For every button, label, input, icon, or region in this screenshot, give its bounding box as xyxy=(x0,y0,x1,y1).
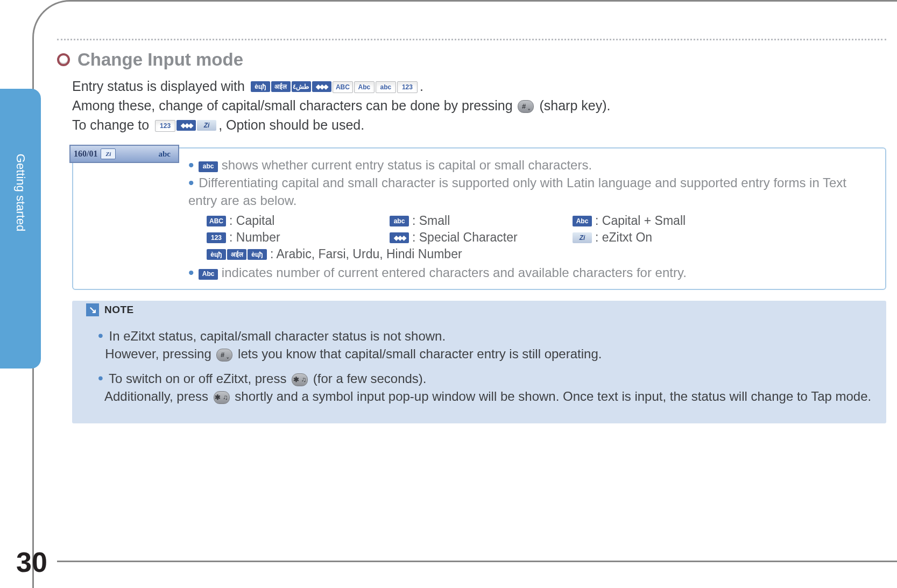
intro-text: Entry status is displayed with xyxy=(72,79,249,94)
indicator-abc-mixed-icon: Abc xyxy=(199,269,218,280)
chapter-tab: Getting started xyxy=(0,89,41,369)
note-text: (for a few seconds). xyxy=(313,371,427,386)
indicator-hindi-icon: अईल xyxy=(227,249,246,260)
legend-item: èцђ अईल èцђ : Arabic, Farsi, Urdu, Hindi… xyxy=(207,247,462,261)
indicator-abc-upper-icon: ABC xyxy=(333,81,353,93)
indicator-abc-upper-icon: ABC xyxy=(207,216,226,226)
legend-label: : Number xyxy=(229,230,280,245)
star-key-icon: ✱ ♫ xyxy=(214,391,230,404)
note-text: shortly and a symbol input pop-up window… xyxy=(235,389,871,403)
note-arrow-icon: ↘ xyxy=(86,303,99,316)
bullet-icon: • xyxy=(188,174,194,192)
dotted-divider xyxy=(57,39,886,40)
bullet-icon: • xyxy=(98,327,103,344)
intro-text: , Option should be used. xyxy=(218,117,364,132)
legend-item: 123 : Number xyxy=(207,230,379,245)
bullet-icon: • xyxy=(188,264,194,281)
bottom-rule xyxy=(57,561,897,562)
intro-text: (sharp key). xyxy=(539,98,610,113)
info-text: shows whether current entry status is ca… xyxy=(222,158,592,172)
indicator-abc-mixed-icon: Abc xyxy=(354,81,375,93)
note-item: • In eZitxt status, capital/small charac… xyxy=(98,327,872,363)
note-text: To switch on or off eZitxt, press xyxy=(109,371,290,386)
intro-text: . xyxy=(420,79,423,94)
indicator-abc-mixed-icon: Abc xyxy=(573,216,592,226)
legend-item: Abc : Capital + Small xyxy=(573,214,686,228)
heading-bullet-icon xyxy=(57,53,70,66)
info-line: • Abc indicates number of current entere… xyxy=(188,264,875,281)
info-line: • Differentiating capital and small char… xyxy=(188,174,875,209)
content-area: Change Input mode Entry status is displa… xyxy=(57,49,886,423)
manual-page: 02 Getting started Change Input mode Ent… xyxy=(0,0,897,588)
indicator-strip-option: 123 ◆◆◆ Zi xyxy=(155,120,216,132)
note-box: ↘ NOTE • In eZitxt status, capital/small… xyxy=(72,301,886,423)
note-list: • In eZitxt status, capital/small charac… xyxy=(86,327,872,405)
sharp-key-icon: # ˯ xyxy=(216,349,232,362)
heading-row: Change Input mode xyxy=(57,49,886,70)
indicator-abc-lower-icon: abc xyxy=(199,161,218,172)
indicator-special-icon: ◆◆◆ xyxy=(176,120,196,131)
legend-label: : Capital xyxy=(229,214,274,228)
status-counter: 160/01 xyxy=(74,149,97,159)
intro-text: To change to xyxy=(72,117,153,132)
note-header: ↘ NOTE xyxy=(86,301,872,319)
legend-item: Zi : eZitxt On xyxy=(573,230,680,245)
legend-label: : Capital + Small xyxy=(595,214,686,228)
bullet-icon: • xyxy=(98,370,103,386)
legend-item: abc : Small xyxy=(390,214,562,228)
info-box: 160/01 Zi abc • abc shows whether curren… xyxy=(72,147,886,290)
chapter-label: Getting started xyxy=(13,154,27,231)
note-text: However, pressing xyxy=(105,346,215,361)
legend-item: ABC : Capital xyxy=(207,214,379,228)
section-heading: Change Input mode xyxy=(77,49,243,70)
indicator-abc-lower-icon: abc xyxy=(390,216,409,226)
legend-item: ◆◆◆ : Special Character xyxy=(390,230,562,245)
info-text: indicates number of current entered char… xyxy=(222,265,687,280)
note-item: • To switch on or off eZitxt, press ✱ ♫ … xyxy=(98,369,872,405)
indicator-strip-full: èцђ अईल طش٤ ◆◆◆ ABC Abc abc 123 xyxy=(251,81,418,93)
info-line: • abc shows whether current entry status… xyxy=(188,156,875,174)
indicator-arabic-icon: èцђ xyxy=(251,81,270,92)
status-ez-icon: Zi xyxy=(101,148,116,159)
indicator-abc-lower-icon: abc xyxy=(376,81,396,93)
indicator-special-icon: ◆◆◆ xyxy=(390,232,409,243)
indicator-ezitxt-icon: Zi xyxy=(197,120,216,131)
status-bar-illustration: 160/01 Zi abc xyxy=(69,145,179,163)
note-text: In eZitxt status, capital/small characte… xyxy=(109,329,446,343)
page-number: 30 xyxy=(16,546,47,578)
legend: ABC : Capital abc : Small Abc : Capital … xyxy=(207,214,875,261)
indicator-123-icon: 123 xyxy=(207,232,226,243)
indicator-ezitxt-icon: Zi xyxy=(573,232,592,243)
legend-label: : eZitxt On xyxy=(595,230,652,245)
legend-label: : Arabic, Farsi, Urdu, Hindi Number xyxy=(270,247,462,261)
indicator-arabic-icon: èцђ xyxy=(248,249,267,260)
sharp-key-icon: # ˯ xyxy=(518,100,534,113)
indicator-special-icon: ◆◆◆ xyxy=(312,81,331,92)
indicator-hindi-icon: अईल xyxy=(271,81,291,92)
indicator-farsi-icon: طش٤ xyxy=(292,81,311,92)
intro-text: Among these, change of capital/small cha… xyxy=(72,98,516,113)
legend-label: : Small xyxy=(412,214,450,228)
indicator-arabic-icon: èцђ xyxy=(207,249,226,260)
note-title: NOTE xyxy=(104,304,134,316)
bullet-icon: • xyxy=(188,156,194,174)
legend-label: : Special Character xyxy=(412,230,518,245)
note-text: Additionally, press xyxy=(104,389,212,403)
indicator-123-icon: 123 xyxy=(397,81,418,93)
note-text: lets you know that capital/small charact… xyxy=(238,346,602,361)
star-key-icon: ✱ ♫ xyxy=(292,373,308,386)
intro-body: Entry status is displayed with èцђ अईल ط… xyxy=(72,76,886,134)
indicator-123-icon: 123 xyxy=(155,120,175,132)
status-mode: abc xyxy=(159,150,171,159)
info-text: Differentiating capital and small charac… xyxy=(188,175,846,208)
